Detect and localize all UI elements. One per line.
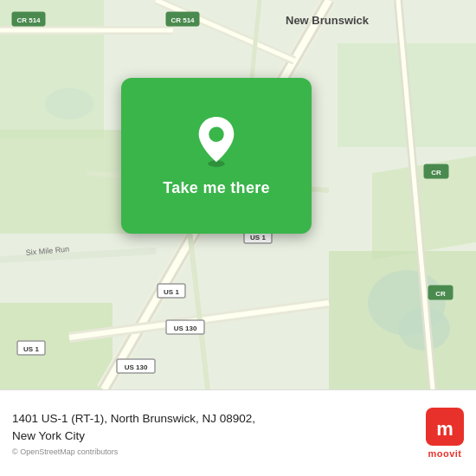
svg-text:CR 514: CR 514 bbox=[170, 16, 195, 24]
address-line2: New York City bbox=[12, 428, 415, 445]
svg-text:US 130: US 130 bbox=[125, 363, 148, 371]
svg-point-46 bbox=[209, 126, 223, 141]
overlay-card[interactable]: Take me there bbox=[121, 78, 312, 234]
bottom-bar: 1401 US-1 (RT-1), North Brunswick, NJ 08… bbox=[0, 389, 476, 476]
svg-text:US 130: US 130 bbox=[174, 325, 197, 332]
svg-text:US 1: US 1 bbox=[164, 288, 179, 296]
svg-text:CR: CR bbox=[431, 169, 441, 177]
take-me-there-button[interactable]: Take me there bbox=[163, 179, 270, 197]
map-attribution: © OpenStreetMap contributors bbox=[12, 447, 415, 456]
svg-text:New Brunswick: New Brunswick bbox=[286, 14, 370, 27]
svg-rect-5 bbox=[0, 130, 138, 234]
svg-text:m: m bbox=[436, 418, 453, 440]
moovit-icon: m bbox=[426, 408, 464, 446]
address-block: 1401 US-1 (RT-1), North Brunswick, NJ 08… bbox=[12, 410, 415, 457]
moovit-logo: m moovit bbox=[426, 408, 464, 459]
moovit-brand-label: moovit bbox=[428, 448, 461, 459]
address-line1: 1401 US-1 (RT-1), North Brunswick, NJ 08… bbox=[12, 410, 415, 428]
svg-text:US 1: US 1 bbox=[23, 345, 39, 353]
svg-text:CR 514: CR 514 bbox=[16, 16, 41, 24]
svg-rect-9 bbox=[329, 251, 476, 389]
map-view: New Brunswick Six Mile Run US 1 US 1 US … bbox=[0, 0, 476, 389]
svg-text:US 1: US 1 bbox=[250, 234, 266, 241]
location-pin-icon bbox=[194, 115, 239, 167]
svg-text:CR: CR bbox=[435, 290, 446, 298]
